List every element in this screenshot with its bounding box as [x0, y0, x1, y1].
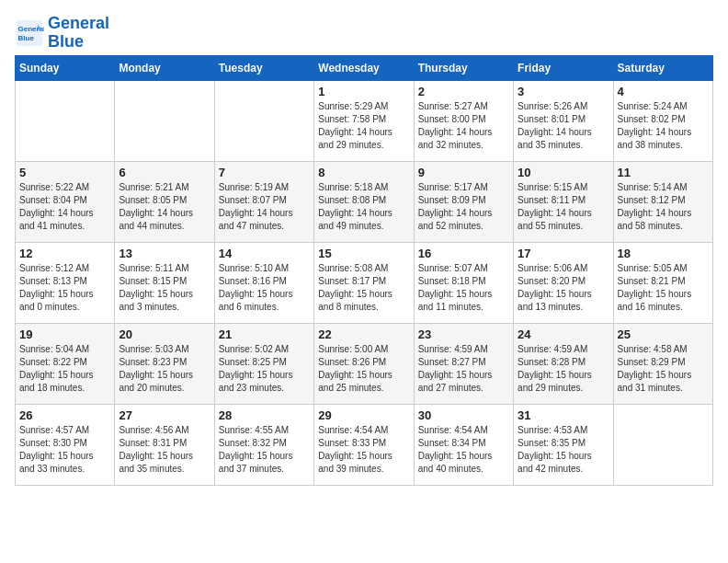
day-number: 24 — [518, 327, 609, 341]
week-row-1: 1Sunrise: 5:29 AM Sunset: 7:58 PM Daylig… — [16, 80, 713, 161]
calendar-cell — [613, 404, 712, 485]
day-info: Sunrise: 5:17 AM Sunset: 8:09 PM Dayligh… — [418, 181, 509, 233]
calendar-cell: 7Sunrise: 5:19 AM Sunset: 8:07 PM Daylig… — [214, 161, 313, 242]
day-number: 22 — [318, 327, 409, 341]
day-header-tuesday: Tuesday — [214, 55, 313, 80]
day-info: Sunrise: 5:26 AM Sunset: 8:01 PM Dayligh… — [518, 100, 609, 152]
day-number: 9 — [418, 166, 509, 179]
day-number: 20 — [119, 327, 210, 341]
day-number: 29 — [318, 408, 409, 422]
day-number: 21 — [219, 327, 310, 341]
day-info: Sunrise: 4:59 AM Sunset: 8:28 PM Dayligh… — [518, 343, 609, 395]
day-number: 19 — [19, 327, 110, 341]
calendar-cell: 26Sunrise: 4:57 AM Sunset: 8:30 PM Dayli… — [16, 404, 115, 485]
calendar-cell: 23Sunrise: 4:59 AM Sunset: 8:27 PM Dayli… — [414, 323, 513, 404]
day-number: 10 — [518, 166, 609, 179]
day-info: Sunrise: 4:54 AM Sunset: 8:34 PM Dayligh… — [418, 424, 509, 476]
calendar-cell: 6Sunrise: 5:21 AM Sunset: 8:05 PM Daylig… — [115, 161, 214, 242]
header: General Blue GeneralBlue — [15, 15, 713, 52]
day-info: Sunrise: 5:21 AM Sunset: 8:05 PM Dayligh… — [119, 181, 210, 233]
calendar-cell: 28Sunrise: 4:55 AM Sunset: 8:32 PM Dayli… — [214, 404, 313, 485]
day-info: Sunrise: 5:05 AM Sunset: 8:21 PM Dayligh… — [618, 262, 709, 314]
day-header-wednesday: Wednesday — [314, 55, 414, 80]
svg-text:Blue: Blue — [18, 34, 35, 42]
day-number: 26 — [19, 408, 110, 422]
calendar-cell: 13Sunrise: 5:11 AM Sunset: 8:15 PM Dayli… — [115, 242, 214, 323]
day-info: Sunrise: 4:53 AM Sunset: 8:35 PM Dayligh… — [518, 424, 609, 476]
calendar-cell: 9Sunrise: 5:17 AM Sunset: 8:09 PM Daylig… — [414, 161, 513, 242]
day-header-thursday: Thursday — [414, 55, 513, 80]
day-info: Sunrise: 5:07 AM Sunset: 8:18 PM Dayligh… — [418, 262, 509, 314]
calendar-cell — [115, 80, 214, 161]
calendar-cell: 19Sunrise: 5:04 AM Sunset: 8:22 PM Dayli… — [16, 323, 115, 404]
calendar-cell: 25Sunrise: 4:58 AM Sunset: 8:29 PM Dayli… — [613, 323, 712, 404]
day-info: Sunrise: 5:18 AM Sunset: 8:08 PM Dayligh… — [318, 181, 409, 233]
day-info: Sunrise: 5:11 AM Sunset: 8:15 PM Dayligh… — [119, 262, 210, 314]
day-number: 28 — [219, 408, 310, 422]
calendar-cell: 12Sunrise: 5:12 AM Sunset: 8:13 PM Dayli… — [16, 242, 115, 323]
calendar-cell: 20Sunrise: 5:03 AM Sunset: 8:23 PM Dayli… — [115, 323, 214, 404]
day-info: Sunrise: 5:22 AM Sunset: 8:04 PM Dayligh… — [19, 181, 110, 233]
day-info: Sunrise: 5:12 AM Sunset: 8:13 PM Dayligh… — [19, 262, 110, 314]
day-number: 17 — [518, 247, 609, 260]
day-info: Sunrise: 5:08 AM Sunset: 8:17 PM Dayligh… — [318, 262, 409, 314]
day-info: Sunrise: 5:15 AM Sunset: 8:11 PM Dayligh… — [518, 181, 609, 233]
calendar-cell: 11Sunrise: 5:14 AM Sunset: 8:12 PM Dayli… — [613, 161, 712, 242]
day-info: Sunrise: 5:10 AM Sunset: 8:16 PM Dayligh… — [219, 262, 310, 314]
day-number: 11 — [618, 166, 709, 179]
week-row-2: 5Sunrise: 5:22 AM Sunset: 8:04 PM Daylig… — [16, 161, 713, 242]
calendar-cell: 4Sunrise: 5:24 AM Sunset: 8:02 PM Daylig… — [613, 80, 712, 161]
logo-icon: General Blue — [15, 18, 44, 48]
calendar-cell: 3Sunrise: 5:26 AM Sunset: 8:01 PM Daylig… — [514, 80, 613, 161]
day-number: 13 — [119, 247, 210, 260]
day-header-friday: Friday — [514, 55, 613, 80]
calendar-cell: 10Sunrise: 5:15 AM Sunset: 8:11 PM Dayli… — [514, 161, 613, 242]
day-info: Sunrise: 4:57 AM Sunset: 8:30 PM Dayligh… — [19, 424, 110, 476]
day-number: 23 — [418, 327, 509, 341]
day-number: 5 — [19, 166, 110, 179]
day-info: Sunrise: 5:24 AM Sunset: 8:02 PM Dayligh… — [618, 100, 709, 152]
day-number: 6 — [119, 166, 210, 179]
calendar-cell: 1Sunrise: 5:29 AM Sunset: 7:58 PM Daylig… — [314, 80, 414, 161]
day-info: Sunrise: 5:19 AM Sunset: 8:07 PM Dayligh… — [219, 181, 310, 233]
week-row-3: 12Sunrise: 5:12 AM Sunset: 8:13 PM Dayli… — [16, 242, 713, 323]
day-number: 7 — [219, 166, 310, 179]
day-number: 4 — [618, 85, 709, 98]
calendar-cell: 5Sunrise: 5:22 AM Sunset: 8:04 PM Daylig… — [16, 161, 115, 242]
day-header-saturday: Saturday — [613, 55, 712, 80]
day-info: Sunrise: 4:59 AM Sunset: 8:27 PM Dayligh… — [418, 343, 509, 395]
calendar-cell: 22Sunrise: 5:00 AM Sunset: 8:26 PM Dayli… — [314, 323, 414, 404]
day-number: 31 — [518, 408, 609, 422]
logo: General Blue GeneralBlue — [15, 15, 109, 52]
calendar-cell: 16Sunrise: 5:07 AM Sunset: 8:18 PM Dayli… — [414, 242, 513, 323]
calendar-cell — [214, 80, 313, 161]
day-number: 30 — [418, 408, 509, 422]
day-number: 14 — [219, 247, 310, 260]
calendar-cell: 27Sunrise: 4:56 AM Sunset: 8:31 PM Dayli… — [115, 404, 214, 485]
day-info: Sunrise: 5:14 AM Sunset: 8:12 PM Dayligh… — [618, 181, 709, 233]
week-row-5: 26Sunrise: 4:57 AM Sunset: 8:30 PM Dayli… — [16, 404, 713, 485]
day-info: Sunrise: 5:03 AM Sunset: 8:23 PM Dayligh… — [119, 343, 210, 395]
calendar-cell: 31Sunrise: 4:53 AM Sunset: 8:35 PM Dayli… — [514, 404, 613, 485]
calendar-cell: 30Sunrise: 4:54 AM Sunset: 8:34 PM Dayli… — [414, 404, 513, 485]
day-number: 16 — [418, 247, 509, 260]
day-info: Sunrise: 5:00 AM Sunset: 8:26 PM Dayligh… — [318, 343, 409, 395]
day-info: Sunrise: 5:02 AM Sunset: 8:25 PM Dayligh… — [219, 343, 310, 395]
day-header-monday: Monday — [115, 55, 214, 80]
calendar-cell: 15Sunrise: 5:08 AM Sunset: 8:17 PM Dayli… — [314, 242, 414, 323]
calendar-cell: 17Sunrise: 5:06 AM Sunset: 8:20 PM Dayli… — [514, 242, 613, 323]
calendar-cell: 21Sunrise: 5:02 AM Sunset: 8:25 PM Dayli… — [214, 323, 313, 404]
calendar-cell: 2Sunrise: 5:27 AM Sunset: 8:00 PM Daylig… — [414, 80, 513, 161]
day-info: Sunrise: 4:58 AM Sunset: 8:29 PM Dayligh… — [618, 343, 709, 395]
day-info: Sunrise: 4:54 AM Sunset: 8:33 PM Dayligh… — [318, 424, 409, 476]
calendar-cell: 24Sunrise: 4:59 AM Sunset: 8:28 PM Dayli… — [514, 323, 613, 404]
day-info: Sunrise: 5:06 AM Sunset: 8:20 PM Dayligh… — [518, 262, 609, 314]
calendar-cell: 29Sunrise: 4:54 AM Sunset: 8:33 PM Dayli… — [314, 404, 414, 485]
day-number: 1 — [318, 85, 409, 98]
calendar-table: SundayMondayTuesdayWednesdayThursdayFrid… — [15, 55, 713, 486]
day-info: Sunrise: 5:29 AM Sunset: 7:58 PM Dayligh… — [318, 100, 409, 152]
day-number: 8 — [318, 166, 409, 179]
calendar-cell — [16, 80, 115, 161]
day-number: 2 — [418, 85, 509, 98]
day-number: 25 — [618, 327, 709, 341]
